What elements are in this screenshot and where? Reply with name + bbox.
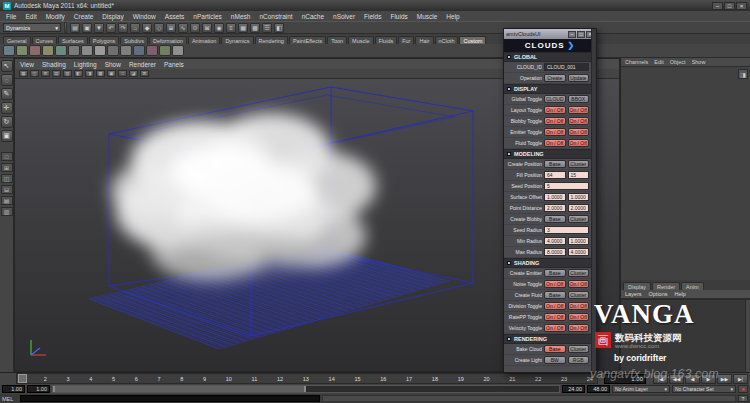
clouds-button[interactable]: On / Off xyxy=(568,324,590,332)
statusline-tool-icon[interactable]: ◧ xyxy=(274,23,284,33)
clouds-button[interactable]: On / Off xyxy=(568,313,590,321)
clouds-button[interactable]: On / Off xyxy=(544,106,566,114)
window-control-button[interactable]: □ xyxy=(724,2,735,10)
statusline-tool-icon[interactable]: ∿ xyxy=(178,23,188,33)
menu-item[interactable]: Muscle xyxy=(417,13,438,20)
clouds-field[interactable]: 8.0000 xyxy=(544,248,566,256)
statusline-tool-icon[interactable]: ▤ xyxy=(70,23,80,33)
clouds-field[interactable]: CLOUD_001 xyxy=(544,63,589,71)
menu-item[interactable]: Window xyxy=(133,13,156,20)
shelf-item-icon[interactable] xyxy=(16,45,28,56)
menu-item[interactable]: nSolver xyxy=(333,13,355,20)
shelf-tab[interactable]: Curves xyxy=(32,36,57,44)
statusline-tool-icon[interactable]: ⊠ xyxy=(202,23,212,33)
clouds-panel-scrollbar[interactable] xyxy=(591,29,596,372)
layout-preset-icon[interactable]: ⊞ xyxy=(1,163,13,172)
clouds-field[interactable]: 5 xyxy=(544,182,589,190)
layer-list-scrollbar[interactable] xyxy=(745,300,750,372)
shelf-item-icon[interactable] xyxy=(3,45,15,56)
clouds-window-control-button[interactable]: □ xyxy=(577,31,585,38)
shelf-tab[interactable]: Hair xyxy=(415,36,433,44)
layout-preset-icon[interactable]: □ xyxy=(1,152,13,161)
menu-item[interactable]: Edit xyxy=(25,13,36,20)
toolbox-tool-icon[interactable]: ↖ xyxy=(1,60,13,72)
layer-editor-tab[interactable]: Anim xyxy=(681,282,704,290)
statusline-tool-icon[interactable]: ◆ xyxy=(142,23,152,33)
shelf-item-icon[interactable] xyxy=(94,45,106,56)
range-slider-thumb[interactable] xyxy=(53,386,306,392)
clouds-field[interactable]: 1.0000 xyxy=(544,193,566,201)
clouds-button[interactable]: Base xyxy=(544,291,566,299)
viewport-toolbar-icon[interactable]: □ xyxy=(118,70,127,77)
clouds-button[interactable]: On / Off xyxy=(544,128,566,136)
viewport-menu-item[interactable]: View xyxy=(20,61,34,68)
anim-layer-dropdown[interactable]: No Anim Layer ▾ xyxy=(612,385,670,393)
clouds-button[interactable]: Base xyxy=(544,345,566,353)
character-set-dropdown[interactable]: No Character Set ▾ xyxy=(672,385,736,393)
clouds-button[interactable]: On / Off xyxy=(568,139,590,147)
shelf-tab[interactable]: Toon xyxy=(327,36,347,44)
clouds-button[interactable]: On / Off xyxy=(568,128,590,136)
viewport-toolbar-icon[interactable]: ◪ xyxy=(129,70,138,77)
shelf-tab[interactable]: Polygons xyxy=(89,36,120,44)
toolbox-tool-icon[interactable]: ✎ xyxy=(1,88,13,100)
shelf-tab[interactable]: PaintEffects xyxy=(289,36,326,44)
toolbox-tool-icon[interactable]: ✛ xyxy=(1,102,13,114)
toolbox-tool-icon[interactable]: ↻ xyxy=(1,116,13,128)
clouds-button[interactable]: Cluster xyxy=(568,160,590,168)
statusline-tool-icon[interactable]: ▦ xyxy=(238,23,248,33)
channel-box-menu-item[interactable]: Object xyxy=(670,59,686,65)
clouds-field[interactable]: 3 xyxy=(544,226,589,234)
shelf-tab[interactable]: Fluids xyxy=(375,36,398,44)
statusline-tool-icon[interactable]: ▣ xyxy=(82,23,92,33)
shelf-tab[interactable]: Surfaces xyxy=(58,36,88,44)
viewport-toolbar-icon[interactable]: ◨ xyxy=(85,70,94,77)
layer-list[interactable] xyxy=(621,299,750,372)
playback-button[interactable]: ▶▶ xyxy=(717,374,732,384)
shelf-item-icon[interactable] xyxy=(81,45,93,56)
clouds-field[interactable]: 2.0000 xyxy=(568,204,590,212)
statusline-tool-icon[interactable]: ▩ xyxy=(250,23,260,33)
clouds-button[interactable]: Cluster xyxy=(568,291,590,299)
clouds-button[interactable]: Base xyxy=(544,160,566,168)
clouds-field[interactable]: 2.0000 xyxy=(544,204,566,212)
menu-item[interactable]: nMesh xyxy=(231,13,251,20)
shelf-tab[interactable]: Animation xyxy=(188,36,220,44)
menu-item[interactable]: Fluids xyxy=(390,13,407,20)
shelf-item-icon[interactable] xyxy=(107,45,119,56)
shelf-item-icon[interactable] xyxy=(159,45,171,56)
clouds-button[interactable]: On / Off xyxy=(544,280,566,288)
toolbox-tool-icon[interactable]: ◌ xyxy=(1,74,13,86)
menu-item[interactable]: Help xyxy=(446,13,459,20)
clouds-window-titlebar[interactable]: amtvCloudsUI –□× xyxy=(504,29,596,39)
shelf-item-icon[interactable] xyxy=(68,45,80,56)
statusline-tool-icon[interactable]: ◉ xyxy=(214,23,224,33)
viewport-menu-item[interactable]: Shading xyxy=(42,61,66,68)
layout-preset-icon[interactable]: ▤ xyxy=(1,196,13,205)
shelf-item-icon[interactable] xyxy=(146,45,158,56)
clouds-button[interactable]: Base xyxy=(544,269,566,277)
clouds-field[interactable]: 64 xyxy=(544,171,566,179)
shelf-tab[interactable]: Deformation xyxy=(149,36,187,44)
statusline-tool-icon[interactable]: ▼ xyxy=(94,23,104,33)
shelf-tab[interactable]: Rendering xyxy=(255,36,288,44)
layer-editor-tab[interactable]: Render xyxy=(652,282,680,290)
clouds-button[interactable]: CLOUD xyxy=(544,95,566,103)
clouds-field[interactable]: 1.0000 xyxy=(568,237,590,245)
current-time-marker[interactable] xyxy=(18,374,27,383)
statusline-tool-icon[interactable]: ⌂ xyxy=(130,23,140,33)
playback-end-field[interactable]: 24.00 xyxy=(562,385,585,393)
clouds-window-control-button[interactable]: – xyxy=(568,31,576,38)
clouds-button[interactable]: BW xyxy=(544,356,566,364)
shelf-tab[interactable]: nCloth xyxy=(435,36,459,44)
clouds-button[interactable]: Base xyxy=(544,215,566,223)
viewport-toolbar-icon[interactable]: ▥ xyxy=(63,70,72,77)
viewport-menu-item[interactable]: Lighting xyxy=(74,61,97,68)
menu-item[interactable]: nCache xyxy=(302,13,324,20)
statusline-tool-icon[interactable]: ⊞ xyxy=(166,23,176,33)
channel-box-toggle-icon[interactable]: ◨ xyxy=(738,69,748,79)
viewport-toolbar-icon[interactable]: ◧ xyxy=(74,70,83,77)
viewport-menu-item[interactable]: Renderer xyxy=(129,61,156,68)
playback-button[interactable]: |◀ xyxy=(653,374,668,384)
shelf-tab[interactable]: Dynamics xyxy=(221,36,253,44)
